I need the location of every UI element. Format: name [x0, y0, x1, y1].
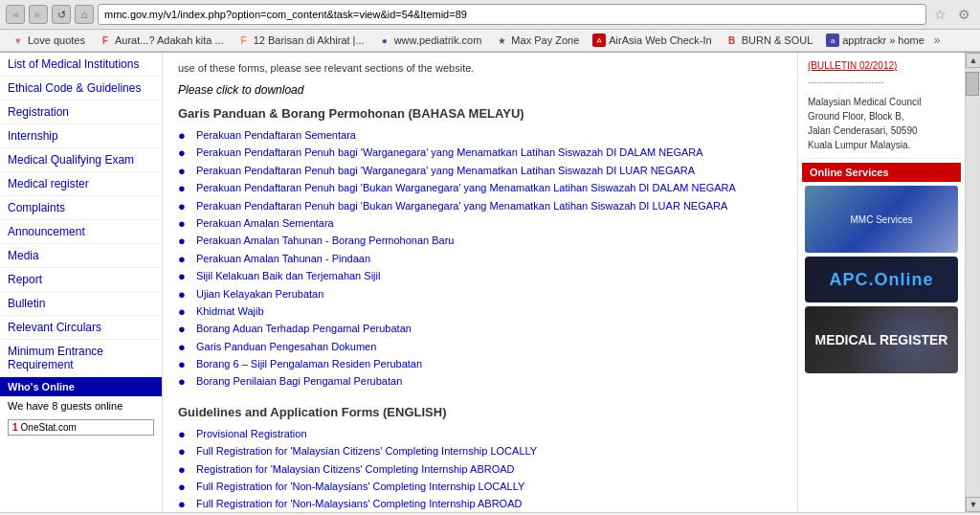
bookmark-aurat[interactable]: F Aurat...? Adakah kita ... — [93, 32, 230, 49]
sidebar: List of Medical Institutions Ethical Cod… — [0, 53, 163, 512]
sidebar-item-medical-register[interactable]: Medical register — [0, 172, 162, 196]
onestat-button[interactable]: 1 OneStat.com — [8, 419, 154, 436]
malay-link-9[interactable]: Ujian Kelayakan Perubatan — [196, 287, 323, 302]
english-link-0[interactable]: Provisional Registration — [196, 427, 307, 441]
heart-icon: ♥ — [11, 34, 25, 47]
sidebar-item-medical-institutions[interactable]: List of Medical Institutions — [0, 53, 162, 77]
sidebar-item-bulletin[interactable]: Bulletin — [0, 292, 162, 316]
star-icon: ★ — [495, 34, 508, 47]
sidebar-item-ethical-code[interactable]: Ethical Code & Guidelines — [0, 77, 162, 101]
sidebar-item-internship[interactable]: Internship — [0, 124, 162, 148]
sidebar-item-minimum-entrance[interactable]: Minimum Entrance Requirement — [0, 340, 162, 377]
bookmark-maxpay-label: Max Pay Zone — [511, 34, 579, 46]
guests-online-text: We have 8 guests online — [0, 396, 162, 415]
tools-button[interactable]: ⚙ — [954, 7, 974, 22]
content-area: use of these forms, please see relevant … — [163, 53, 797, 512]
malay-link-4[interactable]: Perakuan Pendaftaran Penuh bagi 'Bukan W… — [196, 199, 727, 213]
sidebar-item-medical-qualifying[interactable]: Medical Qualifying Exam — [0, 148, 162, 172]
english-link-3[interactable]: Full Registration for 'Non-Malaysians' C… — [196, 480, 524, 494]
malay-link-item: ●Borang Aduan Terhadap Pengamal Perubata… — [178, 322, 782, 336]
malay-link-item: ●Ujian Kelayakan Perubatan — [178, 287, 782, 302]
english-link-4[interactable]: Full Registration for 'Non-Malaysians' C… — [196, 497, 522, 511]
bookmark-barisan-label: 12 Barisan di Akhirat |... — [254, 34, 365, 46]
malay-link-item: ●Perakuan Pendaftaran Penuh bagi 'Bukan … — [178, 181, 782, 195]
sidebar-item-announcement[interactable]: Announcement — [0, 220, 162, 244]
malay-link-5[interactable]: Perakuan Amalan Sementara — [196, 216, 334, 231]
sidebar-item-report[interactable]: Report — [0, 268, 162, 292]
english-links-list: ●Provisional Registration●Full Registrat… — [178, 427, 782, 512]
bookmark-barisan[interactable]: F 12 Barisan di Akhirat |... — [232, 32, 370, 49]
browser-chrome: ◄ ► ↺ ⌂ ☆ ⚙ ♥ Love quotes F Aurat...? Ad… — [0, 0, 980, 53]
sidebar-item-media[interactable]: Media — [0, 244, 162, 268]
scroll-down-button[interactable]: ▼ — [966, 497, 980, 512]
malay-link-item: ●Perakuan Amalan Tahunan - Pindaan — [178, 252, 782, 266]
malay-link-6[interactable]: Perakuan Amalan Tahunan - Borang Permoho… — [196, 234, 454, 248]
bookmarks-bar: ♥ Love quotes F Aurat...? Adakah kita ..… — [0, 30, 980, 52]
malay-link-item: ●Khidmat Wajib — [178, 304, 782, 319]
malay-link-7[interactable]: Perakuan Amalan Tahunan - Pindaan — [196, 252, 370, 266]
home-button[interactable]: ⌂ — [75, 5, 94, 24]
malay-link-item: ●Perakuan Amalan Sementara — [178, 216, 782, 231]
whos-online-heading: Who's Online — [0, 377, 162, 396]
malay-link-item: ●Perakuan Pendaftaran Penuh bagi 'Wargan… — [178, 164, 782, 178]
malay-link-0[interactable]: Perakuan Pendaftaran Sementara — [196, 128, 356, 143]
medical-register-button[interactable]: MEDICAL REGISTER — [805, 306, 958, 373]
forward-button[interactable]: ► — [29, 5, 48, 24]
malay-link-10[interactable]: Khidmat Wajib — [196, 304, 264, 319]
online-services-heading: Online Services — [802, 163, 961, 182]
burn-icon: B — [725, 34, 739, 47]
mmc-bulletin-link[interactable]: (BULLETIN 02/2012) — [802, 56, 961, 75]
malay-link-item: ●Perakuan Pendaftaran Penuh bagi 'Bukan … — [178, 199, 782, 213]
star-button[interactable]: ☆ — [930, 7, 950, 22]
scroll-up-button[interactable]: ▲ — [966, 53, 980, 68]
malay-link-13[interactable]: Borang 6 – Sijil Pengalaman Residen Peru… — [196, 357, 422, 371]
bookmark-pediatrik[interactable]: ● www.pediatrik.com — [372, 32, 488, 49]
apc-online-label: APC.Online — [829, 270, 933, 290]
mmc-address-line: Kuala Lumpur Malaysia. — [808, 138, 955, 152]
malay-link-8[interactable]: Sijil Kelakuan Baik dan Terjemahan Sijil — [196, 269, 380, 283]
malay-link-14[interactable]: Borang Penilaian Bagi Pengamal Perubatan — [196, 374, 402, 389]
sidebar-item-relevant-circulars[interactable]: Relevant Circulars — [0, 316, 162, 340]
bookmark-burn[interactable]: B BURN & SOUL — [720, 32, 819, 49]
english-link-1[interactable]: Full Registration for 'Malaysian Citizen… — [196, 444, 537, 459]
english-link-2[interactable]: Registration for 'Malaysian Citizens' Co… — [196, 462, 515, 477]
bookmark-love-quotes[interactable]: ♥ Love quotes — [6, 32, 91, 49]
malay-link-item: ●Perakuan Pendaftaran Penuh bagi 'Wargan… — [178, 146, 782, 160]
mmc-address: Malaysian Medical CouncilGround Floor, B… — [802, 89, 961, 159]
airasia-icon: A — [592, 34, 606, 47]
address-bar[interactable] — [98, 4, 926, 25]
malay-link-1[interactable]: Perakuan Pendaftaran Penuh bagi 'Wargane… — [196, 146, 703, 160]
bookmark-airasia[interactable]: A AirAsia Web Check-In — [587, 32, 717, 49]
sidebar-item-complaints[interactable]: Complaints — [0, 196, 162, 220]
bullet-icon: ● — [178, 287, 191, 302]
bullet-icon: ● — [178, 497, 191, 511]
malay-link-item: ●Borang 6 – Sijil Pengalaman Residen Per… — [178, 357, 782, 371]
bookmark-maxpay[interactable]: ★ Max Pay Zone — [489, 32, 585, 49]
refresh-button[interactable]: ↺ — [52, 5, 71, 24]
apc-online-button[interactable]: APC.Online — [805, 257, 958, 302]
malay-link-item: ●Perakuan Amalan Tahunan - Borang Permoh… — [178, 234, 782, 248]
scroll-thumb[interactable] — [966, 72, 979, 96]
sidebar-item-registration[interactable]: Registration — [0, 101, 162, 124]
bookmark-apptrackr[interactable]: a apptrackr » home — [820, 32, 930, 49]
bullet-icon: ● — [178, 427, 191, 441]
bookmark-pediatrik-label: www.pediatrik.com — [394, 34, 482, 46]
right-sidebar: (BULLETIN 02/2012) ---------------------… — [797, 53, 965, 512]
english-link-item: ●Registration for 'Malaysian Citizens' C… — [178, 462, 782, 477]
bookmark-airasia-label: AirAsia Web Check-In — [609, 34, 711, 46]
bullet-icon: ● — [178, 357, 191, 371]
malay-link-11[interactable]: Borang Aduan Terhadap Pengamal Perubatan — [196, 322, 412, 336]
bullet-icon: ● — [178, 252, 191, 266]
back-button[interactable]: ◄ — [6, 5, 25, 24]
bullet-icon: ● — [178, 374, 191, 389]
mmc-address-line: Malaysian Medical Council — [808, 95, 955, 109]
mmc-address-line: Jalan Cenderasari, 50590 — [808, 123, 955, 138]
bullet-icon: ● — [178, 216, 191, 231]
service-image-1[interactable]: MMC Services — [805, 186, 958, 253]
bookmarks-more-button[interactable]: » — [934, 34, 941, 47]
malay-link-3[interactable]: Perakuan Pendaftaran Penuh bagi 'Bukan W… — [196, 181, 736, 195]
main-container: List of Medical Institutions Ethical Cod… — [0, 53, 980, 512]
malay-link-12[interactable]: Garis Panduan Pengesahan Dokumen — [196, 340, 376, 354]
malay-link-item: ●Sijil Kelakuan Baik dan Terjemahan Siji… — [178, 269, 782, 283]
malay-link-2[interactable]: Perakuan Pendaftaran Penuh bagi 'Wargane… — [196, 164, 695, 178]
